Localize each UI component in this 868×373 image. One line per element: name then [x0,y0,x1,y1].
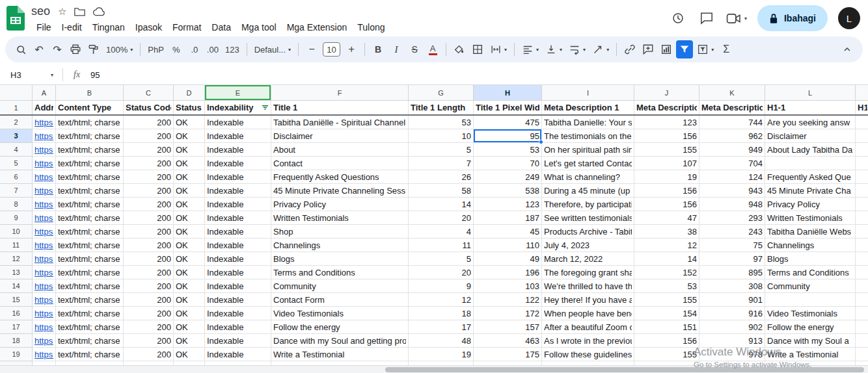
cell-J11[interactable]: 12 [634,238,699,252]
cell-L10[interactable]: Tabitha Daniëlle Webs [765,225,856,238]
cell-J10[interactable]: 38 [634,225,699,238]
cell-L5[interactable] [765,157,856,170]
cell-K8[interactable]: 948 [699,198,765,211]
row-header-17[interactable]: 17 [0,320,33,334]
cloud-status-icon[interactable] [93,7,105,16]
row-header-9[interactable]: 9 [0,211,33,225]
cell-F17[interactable]: Follow the energy [271,320,409,334]
borders-button[interactable] [469,40,486,58]
scrollbar-thumb[interactable] [385,367,864,372]
cell-H2[interactable]: 475 [474,116,542,129]
cell-A19[interactable]: https://t [33,348,56,361]
row-header-19[interactable]: 19 [0,348,33,361]
search-button[interactable] [12,40,29,58]
cell-J7[interactable]: 156 [634,184,699,198]
cell-G17[interactable]: 17 [409,320,474,334]
cell-A18[interactable]: https://t [33,334,56,348]
cell-A13[interactable]: https://t [33,266,56,279]
cell-J6[interactable]: 19 [634,170,699,184]
cell-I3[interactable]: The testimonials on the [542,129,634,143]
horizontal-align-button[interactable]: ▾ [519,40,541,58]
column-header-C[interactable]: C [124,85,174,101]
cell-B2[interactable]: text/html; charse [56,116,124,129]
cell-C9[interactable]: 200 [124,211,174,225]
cell-J17[interactable]: 151 [634,320,699,334]
column-header-G[interactable]: G [409,85,474,101]
cell-F19[interactable]: Write a Testimonial [271,348,409,361]
bold-button[interactable]: B [370,40,387,58]
cell-G7[interactable]: 58 [409,184,474,198]
fill-color-button[interactable] [451,40,468,58]
cell-C18[interactable]: 200 [124,334,174,348]
cell-D10[interactable]: OK [174,225,205,238]
cell-H5[interactable]: 70 [474,157,542,170]
cell-M5[interactable] [856,157,868,170]
cell-C17[interactable]: 200 [124,320,174,334]
row-header-5[interactable]: 5 [0,157,33,170]
meet-call-button[interactable]: ▾ [726,13,747,24]
cell-L9[interactable]: Written Testimonials [765,211,856,225]
cell-M15[interactable] [856,293,868,307]
cell-L8[interactable]: Privacy Policy [765,198,856,211]
cell-M4[interactable] [856,143,868,157]
cell-J13[interactable]: 152 [634,266,699,279]
cell-F9[interactable]: Written Testimonials [271,211,409,225]
merge-cells-button[interactable]: ▾ [487,40,509,58]
cell-H4[interactable]: 53 [474,143,542,157]
column-header-J[interactable]: J [634,85,699,101]
cell-H18[interactable]: 463 [474,334,542,348]
cell-A4[interactable]: https://t [33,143,56,157]
cell-H15[interactable]: 122 [474,293,542,307]
row-header-2[interactable]: 2 [0,116,33,129]
cell-D18[interactable]: OK [174,334,205,348]
cell-J2[interactable]: 123 [634,116,699,129]
cell-E9[interactable]: Indexable [205,211,271,225]
cell-L12[interactable]: Blogs [765,252,856,266]
cell-E17[interactable]: Indexable [205,320,271,334]
cell-D19[interactable]: OK [174,348,205,361]
cell-H9[interactable]: 187 [474,211,542,225]
currency-format-button[interactable]: PhP [145,40,167,58]
paint-format-button[interactable] [85,40,102,58]
cell-G4[interactable]: 5 [409,143,474,157]
cell-H10[interactable]: 45 [474,225,542,238]
row-header-12[interactable]: 12 [0,252,33,266]
cell-G12[interactable]: 5 [409,252,474,266]
menu-tulong[interactable]: Tulong [352,21,390,34]
cell-M12[interactable] [856,252,868,266]
cell-L6[interactable]: Frequently Asked Que [765,170,856,184]
cell-K16[interactable]: 916 [699,307,765,320]
cell-C6[interactable]: 200 [124,170,174,184]
cell-D6[interactable]: OK [174,170,205,184]
cell-L11[interactable]: Channelings [765,238,856,252]
cell-B9[interactable]: text/html; charse [56,211,124,225]
cell-I13[interactable]: The foregoing grant sha [542,266,634,279]
insert-link-button[interactable] [621,40,638,58]
cell-K11[interactable]: 75 [699,238,765,252]
cell-E7[interactable]: Indexable [205,184,271,198]
text-wrap-button[interactable]: ▾ [566,40,588,58]
cell-I2[interactable]: Tabitha Danielle: Your s [542,116,634,129]
cell-B5[interactable]: text/html; charse [56,157,124,170]
row-header-8[interactable]: 8 [0,198,33,211]
cell-M2[interactable] [856,116,868,129]
cell-A7[interactable]: https://t [33,184,56,198]
cell-B13[interactable]: text/html; charse [56,266,124,279]
cell-G15[interactable]: 12 [409,293,474,307]
cell-G8[interactable]: 14 [409,198,474,211]
cell-J3[interactable]: 156 [634,129,699,143]
cell-F7[interactable]: 45 Minute Private Channeling Sess [271,184,409,198]
cell-E16[interactable]: Indexable [205,307,271,320]
cell-M7[interactable] [856,184,868,198]
filter-applied-icon[interactable] [262,104,269,111]
cell-C1[interactable]: Status Code [124,101,174,114]
cell-A1[interactable]: Addres [33,101,56,114]
cell-I17[interactable]: After a beautiful Zoom c [542,320,634,334]
cell-C3[interactable]: 200 [124,129,174,143]
cell-E8[interactable]: Indexable [205,198,271,211]
cell-G19[interactable]: 19 [409,348,474,361]
menu-mga-tool[interactable]: Mga tool [236,21,282,34]
cell-B15[interactable]: text/html; charse [56,293,124,307]
cell-B11[interactable]: text/html; charse [56,238,124,252]
cell-K10[interactable]: 243 [699,225,765,238]
